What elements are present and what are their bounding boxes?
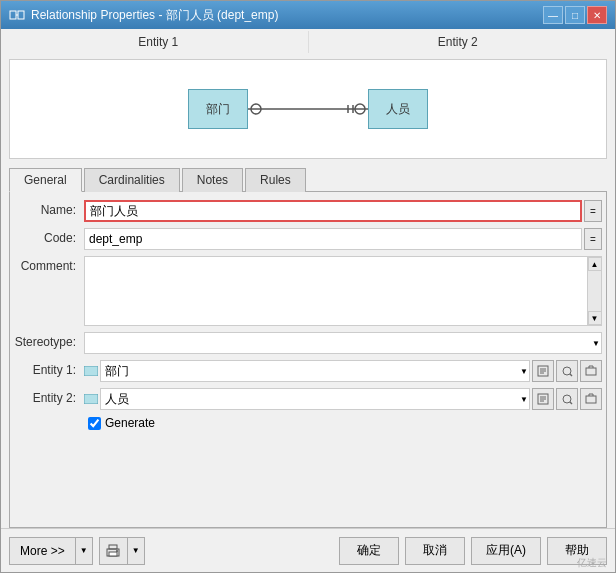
name-label: Name:: [14, 200, 84, 217]
stereotype-select[interactable]: [84, 332, 602, 354]
entity2-browse-btn2[interactable]: [556, 388, 578, 410]
svg-rect-16: [84, 394, 98, 404]
svg-rect-25: [109, 545, 117, 549]
more-dropdown-arrow[interactable]: ▼: [75, 537, 93, 565]
entity1-select-wrapper: 部门 ▼: [84, 360, 530, 382]
diagram-area: 部门 人员: [9, 59, 607, 159]
connector-svg: [248, 89, 368, 129]
watermark: 亿速云: [577, 556, 607, 570]
tab-notes[interactable]: Notes: [182, 168, 243, 192]
more-button[interactable]: More >>: [9, 537, 75, 565]
entity1-select-container: 部门 ▼: [84, 360, 602, 382]
entity1-browse-btn3[interactable]: [580, 360, 602, 382]
svg-point-27: [116, 550, 118, 552]
apply-button[interactable]: 应用(A): [471, 537, 541, 565]
print-dropdown-arrow[interactable]: ▼: [127, 537, 145, 565]
name-equals-btn[interactable]: =: [584, 200, 602, 222]
tab-cardinalities[interactable]: Cardinalities: [84, 168, 180, 192]
svg-rect-26: [109, 552, 117, 556]
code-row: Code: =: [14, 228, 602, 250]
svg-point-21: [563, 395, 571, 403]
scroll-up-arrow[interactable]: ▲: [588, 257, 602, 271]
entity1-icon: [84, 366, 98, 376]
entity1-field-label: Entity 1:: [14, 360, 84, 377]
entity1-row: Entity 1: 部门 ▼: [14, 360, 602, 382]
entity1-select[interactable]: 部门: [100, 360, 530, 382]
svg-line-14: [570, 374, 572, 376]
stereotype-select-container: ▼: [84, 332, 602, 354]
comment-row: Comment: ▲ ▼: [14, 256, 602, 326]
entity2-select-container: 人员 ▼: [84, 388, 602, 410]
print-button-group: ▼: [99, 537, 145, 565]
code-field-container: =: [84, 228, 602, 250]
confirm-button[interactable]: 确定: [339, 537, 399, 565]
entity1-browse-btn1[interactable]: [532, 360, 554, 382]
svg-line-22: [570, 402, 572, 404]
svg-rect-0: [10, 11, 16, 19]
svg-rect-23: [586, 396, 596, 403]
close-button[interactable]: ✕: [587, 6, 607, 24]
bottom-bar: More >> ▼ ▼ 确定 取消 应用(A): [1, 528, 615, 572]
entity2-browse-btn3[interactable]: [580, 388, 602, 410]
title-bar: Relationship Properties - 部门人员 (dept_emp…: [1, 1, 615, 29]
svg-rect-15: [586, 368, 596, 375]
entity2-field-label: Entity 2:: [14, 388, 84, 405]
entity1-browse-btn2[interactable]: [556, 360, 578, 382]
cancel-button[interactable]: 取消: [405, 537, 465, 565]
window-title: Relationship Properties - 部门人员 (dept_emp…: [31, 7, 278, 24]
stereotype-row: Stereotype: ▼: [14, 332, 602, 354]
svg-rect-8: [84, 366, 98, 376]
entity1-box: 部门: [188, 89, 248, 129]
code-label: Code:: [14, 228, 84, 245]
comment-label: Comment:: [14, 256, 84, 273]
entity-header-section: Entity 1 Entity 2: [1, 29, 615, 55]
diagram-inner: 部门 人员: [188, 89, 428, 129]
comment-scrollbar[interactable]: ▲ ▼: [587, 257, 601, 325]
tabs-area: General Cardinalities Notes Rules: [9, 167, 607, 192]
form-area: Name: = Code: = Comment:: [9, 192, 607, 528]
name-row: Name: =: [14, 200, 602, 222]
entity2-select-wrapper: 人员 ▼: [84, 388, 530, 410]
stereotype-select-wrapper: ▼: [84, 332, 602, 354]
entity1-label: 部门: [206, 101, 230, 118]
generate-checkbox[interactable]: [88, 417, 101, 430]
window: Relationship Properties - 部门人员 (dept_emp…: [0, 0, 616, 573]
entity2-select[interactable]: 人员: [100, 388, 530, 410]
tab-general[interactable]: General: [9, 168, 82, 192]
entity2-icon: [84, 394, 98, 404]
generate-label: Generate: [105, 416, 155, 430]
tab-rules[interactable]: Rules: [245, 168, 306, 192]
comment-textarea-container: ▲ ▼: [84, 256, 602, 326]
entity2-browse-btn1[interactable]: [532, 388, 554, 410]
stereotype-label: Stereotype:: [14, 332, 84, 349]
generate-row: Generate: [88, 416, 602, 430]
entity2-label: 人员: [386, 101, 410, 118]
code-equals-btn[interactable]: =: [584, 228, 602, 250]
entity2-row: Entity 2: 人员 ▼: [14, 388, 602, 410]
maximize-button[interactable]: □: [565, 6, 585, 24]
print-button[interactable]: [99, 537, 127, 565]
title-controls: — □ ✕: [543, 6, 607, 24]
name-field-container: =: [84, 200, 602, 222]
window-icon: [9, 7, 25, 23]
svg-rect-1: [18, 11, 24, 19]
minimize-button[interactable]: —: [543, 6, 563, 24]
name-input[interactable]: [84, 200, 582, 222]
entity2-header: Entity 2: [309, 31, 608, 53]
entity1-header: Entity 1: [9, 31, 308, 53]
entity2-box: 人员: [368, 89, 428, 129]
tab-list: General Cardinalities Notes Rules: [9, 167, 607, 192]
code-input[interactable]: [84, 228, 582, 250]
content-area: Entity 1 Entity 2 部门: [1, 29, 615, 572]
title-bar-left: Relationship Properties - 部门人员 (dept_emp…: [9, 7, 278, 24]
more-button-group: More >> ▼: [9, 537, 93, 565]
svg-point-13: [563, 367, 571, 375]
comment-textarea[interactable]: [85, 257, 587, 325]
scroll-down-arrow[interactable]: ▼: [588, 311, 602, 325]
